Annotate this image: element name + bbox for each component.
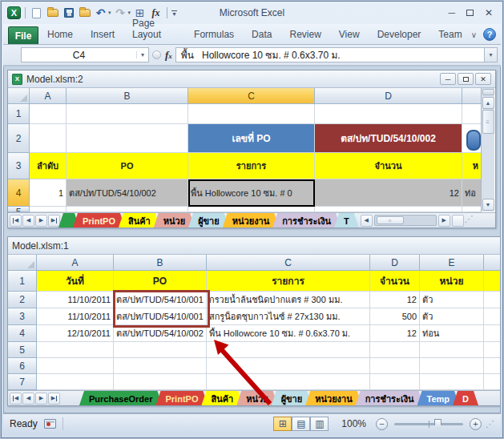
scroll-down-icon[interactable]: ▼: [482, 199, 494, 211]
row-header-2[interactable]: 2: [8, 292, 37, 308]
page-layout-view-icon[interactable]: ▤: [292, 417, 310, 431]
row-header-6[interactable]: 6: [8, 358, 37, 374]
name-box[interactable]: C4 ▾: [21, 47, 149, 62]
cell-C3[interactable]: สกรูน็อตชุบกาวไนซ์ # 27x130 มม.: [207, 308, 370, 325]
cell-A3[interactable]: 11/10/2011: [37, 308, 114, 325]
select-all-corner[interactable]: [8, 255, 37, 271]
cell-E4-partial[interactable]: ท่อ: [462, 179, 482, 207]
cell-C1[interactable]: รายการ: [207, 271, 370, 292]
insert-function-icon[interactable]: fx: [165, 49, 172, 62]
cell-D3[interactable]: จำนวน: [315, 153, 462, 179]
cell-B6[interactable]: [114, 358, 207, 374]
hscroll-thumb[interactable]: ≡: [377, 216, 404, 224]
redo-icon[interactable]: ↷: [114, 6, 127, 19]
next-sheet-icon[interactable]: ▶: [35, 393, 47, 405]
cell-D1[interactable]: [315, 104, 462, 124]
normal-view-icon[interactable]: ⊞: [273, 417, 292, 431]
cell-A4[interactable]: 12/10/2011: [37, 325, 114, 342]
window2-title-bar[interactable]: Model.xlsm:2 ─ ✕: [8, 70, 495, 88]
cell-D5[interactable]: [370, 342, 420, 358]
zoom-level[interactable]: 100%: [341, 418, 366, 429]
cell-C2[interactable]: กรวยน้ำล้นชนิดปากแตร # 300 มม.: [207, 292, 370, 308]
function-wizard-icon[interactable]: fx: [149, 6, 163, 19]
tab-nuaysngan[interactable]: หน่วยงาน: [223, 213, 279, 228]
cell-A1[interactable]: [30, 104, 67, 124]
open-folder-icon[interactable]: [78, 6, 91, 19]
cell-F5-partial[interactable]: [484, 342, 501, 358]
macro-record-icon[interactable]: [44, 419, 56, 429]
zoom-out-icon[interactable]: −: [376, 418, 388, 430]
zoom-slider-handle[interactable]: [434, 419, 442, 429]
tab-team[interactable]: Team: [429, 26, 470, 44]
first-sheet-icon[interactable]: ◀: [10, 215, 22, 227]
new-workbook-icon[interactable]: [30, 6, 43, 19]
row-header-4[interactable]: 4: [8, 325, 37, 342]
row-header-1[interactable]: 1: [8, 271, 37, 292]
tab-split-box[interactable]: [452, 215, 464, 227]
cell-B2[interactable]: [67, 124, 188, 153]
tab-formulas[interactable]: Formulas: [185, 26, 243, 44]
cell-F6-partial[interactable]: [484, 358, 501, 374]
cell-F7-partial[interactable]: [484, 374, 501, 390]
split-handle[interactable]: [482, 89, 494, 95]
cell-C2-po-label[interactable]: เลขที่ PO: [188, 124, 315, 153]
cell-E3[interactable]: ตัว: [420, 308, 484, 325]
next-sheet-icon[interactable]: ▶: [35, 215, 47, 227]
cell-F4-partial[interactable]: [484, 325, 501, 342]
minimize-ribbon-icon[interactable]: ∨: [471, 30, 477, 39]
undo-dropdown-icon[interactable]: ▾: [108, 10, 111, 16]
tab-payment[interactable]: การชำระเงิน: [272, 213, 341, 228]
last-sheet-icon[interactable]: ▶: [48, 215, 60, 227]
row-header-1[interactable]: 1: [8, 104, 30, 124]
cell-A5-partial[interactable]: [30, 207, 67, 212]
blue-button-partial[interactable]: [466, 130, 481, 151]
cell-F3-partial[interactable]: [484, 308, 501, 325]
window1-title-bar[interactable]: Model.xlsm:1: [8, 237, 501, 255]
title-bar[interactable]: X ↶▾ ↷▾ ⊞ fx ▾ Microsoft Excel ─ ✕: [3, 2, 501, 24]
first-sheet-icon[interactable]: ◀: [10, 393, 22, 405]
cell-A4[interactable]: 1: [30, 179, 67, 207]
cell-D5-partial[interactable]: [315, 207, 462, 212]
tab-nuay[interactable]: หน่วย: [236, 391, 277, 405]
cell-F1-partial[interactable]: [484, 271, 501, 292]
row-header-2[interactable]: 2: [8, 124, 30, 153]
cell-A3[interactable]: ลำดับ: [30, 153, 67, 179]
row-header-5-partial[interactable]: 5: [8, 207, 30, 212]
cell-E5[interactable]: [420, 342, 484, 358]
tab-data[interactable]: Data: [243, 26, 280, 44]
tab-sinkha[interactable]: สินค้า: [201, 391, 243, 405]
column-header-E-partial[interactable]: [462, 88, 482, 104]
tab-file[interactable]: File: [8, 26, 38, 44]
child-close-button[interactable]: ✕: [475, 73, 491, 85]
row-header-5[interactable]: 5: [8, 342, 37, 358]
tab-nuaysngan[interactable]: หน่วยงาน: [305, 391, 361, 405]
scroll-up-icon[interactable]: ▲: [482, 97, 494, 109]
sheet-grid[interactable]: A B C D E 1 วันที่ PO รายการ จำนวน หน่วย: [8, 255, 501, 390]
restore-button[interactable]: [466, 10, 474, 16]
help-button[interactable]: ?: [483, 28, 496, 41]
tab-insert[interactable]: Insert: [82, 26, 123, 44]
cell-B5[interactable]: [114, 342, 207, 358]
open-icon[interactable]: [46, 6, 59, 19]
formula-input[interactable]: พื้น Hollowcore 10 ซม. # 0.6x3.70 ม.: [175, 47, 485, 62]
column-header-E[interactable]: E: [420, 255, 484, 271]
tab-payment[interactable]: การชำระเงิน: [356, 391, 424, 405]
cell-E1-partial[interactable]: [462, 104, 482, 124]
tab-purchaseorder[interactable]: PurchaseOrder: [79, 391, 162, 405]
cell-C7[interactable]: [207, 374, 370, 390]
cell-A6[interactable]: [37, 358, 114, 374]
name-box-value[interactable]: C4: [22, 50, 136, 61]
cell-E2-partial[interactable]: [462, 124, 482, 153]
cell-E5-partial[interactable]: [462, 207, 482, 212]
prev-sheet-icon[interactable]: ◀: [22, 393, 34, 405]
child-restore-button[interactable]: [458, 73, 474, 85]
child-minimize-button[interactable]: ─: [440, 73, 456, 85]
column-header-A[interactable]: A: [37, 255, 114, 271]
cell-B1[interactable]: [67, 104, 188, 124]
column-header-A[interactable]: A: [30, 88, 67, 104]
resize-grip-icon[interactable]: [486, 418, 494, 429]
cell-E6[interactable]: [420, 358, 484, 374]
column-header-C[interactable]: C: [188, 88, 315, 104]
sheet-grid[interactable]: A B C D 1 2: [8, 88, 495, 212]
save-icon[interactable]: [62, 6, 75, 19]
